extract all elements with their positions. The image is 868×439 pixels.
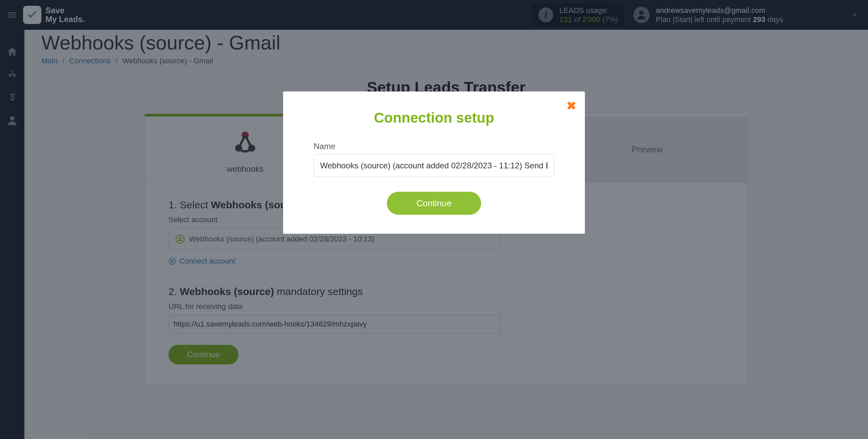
modal-close-icon[interactable]: ✖ <box>567 99 576 112</box>
modal-name-input[interactable] <box>314 154 554 177</box>
connection-setup-modal: ✖ Connection setup Name Continue <box>283 91 585 234</box>
modal-overlay[interactable]: ✖ Connection setup Name Continue <box>0 0 868 439</box>
modal-title: Connection setup <box>314 110 554 126</box>
modal-name-label: Name <box>314 142 554 151</box>
modal-continue-button[interactable]: Continue <box>387 192 481 215</box>
